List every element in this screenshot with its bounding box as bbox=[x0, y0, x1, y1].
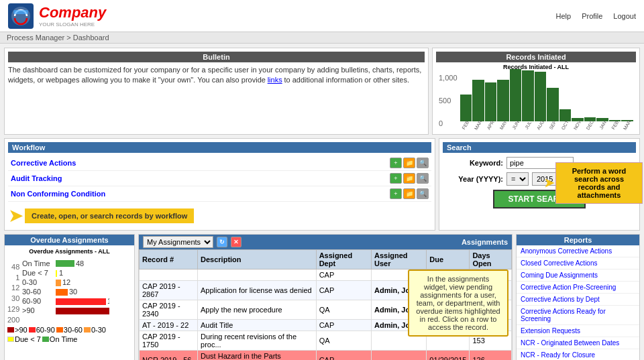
search-title: Search bbox=[443, 142, 636, 153]
overdue-bars: 48 1 12 30 129 200 On Time 48 Due < 7 bbox=[7, 257, 131, 324]
svg-rect-4 bbox=[56, 260, 74, 267]
legend-60-90: 60-90 bbox=[29, 326, 55, 334]
report-item[interactable]: NCR - Originated Between Dates bbox=[517, 337, 639, 349]
col-days[interactable]: Days Open bbox=[470, 250, 512, 269]
refresh-icon[interactable]: ↻ bbox=[217, 237, 227, 247]
records-initiated-panel: Records Initiated Records Initiated - AL… bbox=[432, 48, 640, 135]
overdue-bar-chart-svg: On Time 48 Due < 7 1 0-30 12 30-60 30 bbox=[22, 257, 109, 324]
report-item[interactable]: Anonymous Corrective Actions bbox=[517, 245, 639, 257]
chart-bar bbox=[547, 88, 559, 121]
search-icon-corrective[interactable]: 🔍 bbox=[417, 158, 429, 168]
year-label: Year (YYYY): bbox=[443, 175, 503, 183]
workflow-callout-area: ➤ Create, open, or search records by wor… bbox=[8, 204, 431, 227]
svg-text:60-90: 60-90 bbox=[22, 297, 41, 305]
chart-bar-label: FEB bbox=[462, 120, 470, 130]
breadcrumb: Process Manager > Dashboard bbox=[0, 32, 644, 44]
report-item[interactable]: Closed Corrective Actions bbox=[517, 257, 639, 269]
bulletin-panel: Bulletin The dashboard can be customized… bbox=[4, 48, 429, 135]
svg-rect-13 bbox=[56, 289, 68, 296]
assignments-header: My Assignments ↻ ✕ Assignments bbox=[139, 235, 512, 249]
workflow-items: Corrective Actions + 📁 🔍 Audit Tracking … bbox=[8, 156, 431, 202]
svg-text:>90: >90 bbox=[22, 306, 35, 314]
legend-0-30: 0-30 bbox=[84, 326, 106, 334]
search-panel: Search Keyword: Year (YYYY): =<> 2015201… bbox=[439, 138, 640, 231]
bulletin-link[interactable]: links bbox=[268, 76, 282, 84]
year-operator-select[interactable]: =<> bbox=[506, 172, 529, 186]
svg-text:129: 129 bbox=[107, 297, 109, 305]
report-item[interactable]: Extension Requests bbox=[517, 325, 639, 337]
chart-bar-label: SEP bbox=[548, 120, 557, 131]
open-icon-audit[interactable]: 📁 bbox=[403, 173, 415, 184]
chart-bar bbox=[460, 95, 472, 121]
assignments-callout: In the assignments widget, view pending … bbox=[408, 269, 508, 337]
records-initiated-chart: Records Initiated - ALL 1,000 500 0 FEBM… bbox=[436, 64, 636, 129]
chart-bar bbox=[510, 69, 522, 121]
legend-ontime: On Time bbox=[42, 335, 78, 343]
legend-gt90: >90 bbox=[7, 326, 28, 334]
svg-text:1: 1 bbox=[59, 269, 63, 277]
nonconforming-link[interactable]: Non Conforming Condition bbox=[11, 190, 105, 198]
assignments-toolbar-area: My Assignments ↻ ✕ bbox=[143, 236, 241, 248]
report-item[interactable]: NCR - Ready for Closure bbox=[517, 349, 639, 360]
reports-list: Anonymous Corrective ActionsClosed Corre… bbox=[517, 245, 639, 360]
open-icon-nonconforming[interactable]: 📁 bbox=[403, 188, 415, 199]
svg-text:12: 12 bbox=[62, 278, 70, 286]
chart-bar-label: JUL bbox=[524, 120, 532, 129]
search-icon-audit[interactable]: 🔍 bbox=[417, 173, 429, 184]
svg-text:30: 30 bbox=[69, 288, 77, 296]
header-nav: Help Profile Logout bbox=[556, 12, 636, 20]
workflow-item-nonconforming: Non Conforming Condition + 📁 🔍 bbox=[8, 186, 431, 202]
close-icon[interactable]: ✕ bbox=[231, 237, 241, 247]
chart-bar bbox=[522, 70, 534, 121]
corrective-actions-link[interactable]: Corrective Actions bbox=[11, 159, 76, 167]
overdue-legend: >90 60-90 30-60 0-30 Due < 7 On Time bbox=[7, 326, 131, 343]
svg-text:30-60: 30-60 bbox=[22, 288, 41, 296]
col-desc[interactable]: Description bbox=[198, 250, 317, 269]
records-chart-bars: FEBMARAPRMAYJUNJULAUGSEPOCTNOVDECJANFEBM… bbox=[460, 74, 633, 127]
svg-rect-2 bbox=[13, 10, 28, 14]
workflow-item-corrective: Corrective Actions + 📁 🔍 bbox=[8, 156, 431, 171]
profile-link[interactable]: Profile bbox=[582, 12, 602, 20]
chart-bar bbox=[497, 80, 509, 121]
company-logo-icon bbox=[8, 3, 34, 29]
keyword-label: Keyword: bbox=[443, 159, 503, 167]
audit-tracking-link[interactable]: Audit Tracking bbox=[11, 174, 62, 182]
report-item[interactable]: Coming Due Assignments bbox=[517, 269, 639, 282]
report-item[interactable]: Corrective Action Pre-Screening bbox=[517, 282, 639, 294]
add-icon-audit[interactable]: + bbox=[390, 173, 402, 184]
overdue-title: Overdue Assignments bbox=[5, 235, 134, 245]
help-link[interactable]: Help bbox=[556, 12, 572, 20]
report-item[interactable]: Corrective Actions by Dept bbox=[517, 294, 639, 306]
workflow-icons-nonconforming: + 📁 🔍 bbox=[390, 188, 429, 199]
svg-text:48: 48 bbox=[76, 259, 84, 267]
logout-link[interactable]: Logout bbox=[613, 12, 636, 20]
my-assignments-select[interactable]: My Assignments bbox=[143, 236, 213, 248]
table-row[interactable]: NCR 2019 - 56Dust Hazard in the Parts In… bbox=[140, 351, 512, 361]
col-dept[interactable]: Assigned Dept bbox=[316, 250, 371, 269]
top-row: Bulletin The dashboard can be customized… bbox=[4, 48, 640, 135]
col-record[interactable]: Record # bbox=[140, 250, 198, 269]
svg-text:Due < 7: Due < 7 bbox=[22, 269, 48, 277]
middle-row: Workflow Corrective Actions + 📁 🔍 Audit … bbox=[4, 138, 640, 231]
header: Company YOUR SLOGAN HERE Help Profile Lo… bbox=[0, 0, 644, 32]
add-icon-nonconforming[interactable]: + bbox=[390, 188, 402, 199]
records-initiated-title: Records Initiated bbox=[436, 52, 636, 62]
chart-bar-label: FEB bbox=[610, 120, 619, 130]
chart-bar bbox=[535, 72, 547, 121]
chart-bar-label: JAN bbox=[598, 120, 607, 130]
col-user[interactable]: Assigned User bbox=[371, 250, 426, 269]
svg-rect-10 bbox=[56, 280, 61, 286]
svg-rect-19 bbox=[56, 308, 109, 314]
workflow-panel: Workflow Corrective Actions + 📁 🔍 Audit … bbox=[4, 138, 435, 231]
col-due[interactable]: Due bbox=[427, 250, 470, 269]
chart-bar bbox=[485, 82, 497, 121]
logo-area: Company YOUR SLOGAN HERE bbox=[8, 3, 106, 29]
bottom-row: Overdue Assignments Overdue Assignments … bbox=[4, 234, 640, 360]
workflow-item-audit: Audit Tracking + 📁 🔍 bbox=[8, 171, 431, 186]
search-icon-nonconforming[interactable]: 🔍 bbox=[417, 188, 429, 199]
open-icon-corrective[interactable]: 📁 bbox=[403, 158, 415, 168]
reports-panel: Reports Anonymous Corrective ActionsClos… bbox=[516, 234, 640, 360]
assignments-panel: My Assignments ↻ ✕ Assignments Record # … bbox=[138, 234, 513, 360]
report-item[interactable]: Corrective Actions Ready for Screening bbox=[517, 306, 639, 325]
add-icon-corrective[interactable]: + bbox=[390, 158, 402, 168]
